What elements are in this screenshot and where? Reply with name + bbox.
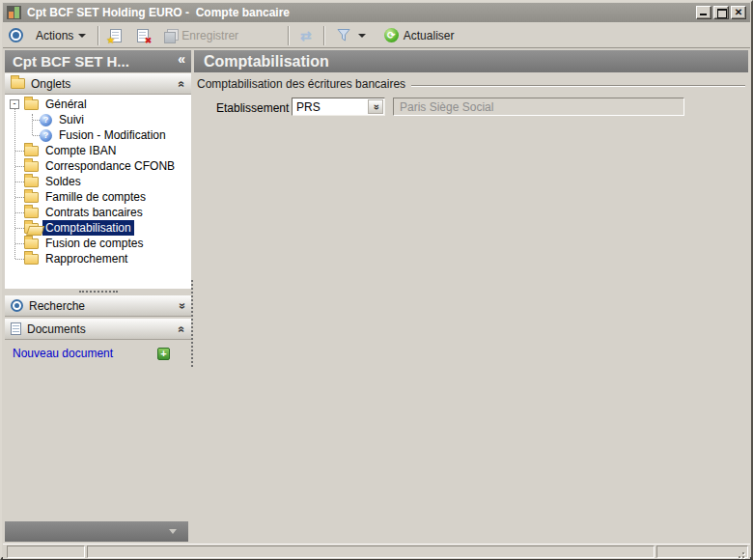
- collapse-section-icon[interactable]: «: [176, 325, 189, 332]
- tree-item-contrats-bancaires[interactable]: Contrats bancaires: [5, 205, 191, 220]
- etablissement-value: PRS: [296, 100, 321, 114]
- resize-grip[interactable]: [742, 552, 744, 554]
- toolbar-separator: [288, 26, 289, 45]
- sidebar-header: Cpt BCF SET H... «: [5, 50, 191, 72]
- status-panel: [656, 546, 748, 558]
- folder-icon: [24, 192, 39, 203]
- app-icon: [7, 6, 21, 19]
- maximize-icon[interactable]: [713, 6, 729, 19]
- status-bar: [3, 544, 750, 559]
- horizontal-splitter-handle[interactable]: [79, 291, 118, 293]
- section-onglets-label: Onglets: [31, 77, 179, 91]
- new-document-button[interactable]: [105, 27, 126, 44]
- filter-icon: [336, 28, 351, 42]
- sync-icon: ⇄: [300, 29, 312, 42]
- folder-icon: [11, 78, 25, 89]
- section-documents[interactable]: Documents «: [5, 319, 191, 340]
- title-bar: Cpt BCF SET Holding EURO - Compte bancai…: [3, 3, 750, 22]
- refresh-label: Actualiser: [404, 29, 455, 42]
- vertical-splitter-handle[interactable]: [191, 280, 193, 367]
- group-box-header: Comptabilisation des écritures bancaires: [197, 77, 745, 91]
- sidebar-footer-bar: [5, 521, 188, 542]
- tree-item-label: Contrats bancaires: [42, 205, 146, 220]
- minimize-icon[interactable]: [696, 6, 711, 19]
- tree-guide: [15, 197, 24, 198]
- group-box-label: Comptabilisation des écritures bancaires: [197, 77, 405, 91]
- tree-item-rapprochement[interactable]: Rapprochement: [5, 251, 191, 266]
- search-target-icon: [11, 299, 23, 312]
- section-onglets[interactable]: Onglets «: [5, 73, 191, 95]
- tree-guide: [15, 151, 24, 152]
- sync-button: ⇄: [295, 27, 317, 44]
- close-icon[interactable]: [731, 6, 746, 19]
- open-folder-icon: [24, 223, 39, 234]
- group-box-line: [411, 85, 745, 86]
- tree-item-label: Comptabilisation: [42, 220, 134, 236]
- main-content: Comptabilisation des écritures bancaires…: [194, 73, 748, 538]
- tree-guide: [15, 166, 24, 167]
- tree-item-label: Correspondance CFONB: [42, 158, 178, 174]
- tree-item-comptabilisation[interactable]: Comptabilisation: [5, 220, 191, 236]
- expand-section-icon[interactable]: «: [176, 302, 189, 309]
- more-options-icon[interactable]: [169, 529, 177, 534]
- tree-item-label: Général: [42, 97, 90, 112]
- status-panel: [87, 546, 655, 558]
- tree-guide: [15, 259, 24, 260]
- toolbar-separator: [98, 26, 98, 45]
- save-button: Enregistrer: [159, 27, 243, 44]
- folder-icon: [24, 161, 39, 172]
- tree-item-label: Soldes: [42, 174, 84, 189]
- tree-item-label: Fusion - Modification: [56, 127, 169, 143]
- tree-item-label: Suivi: [56, 112, 87, 127]
- save-label: Enregistrer: [181, 29, 238, 42]
- tree-guide: [33, 120, 40, 121]
- combo-dropdown-button[interactable]: «: [368, 99, 383, 114]
- actions-button[interactable]: Actions: [31, 27, 91, 44]
- new-document-icon: [110, 29, 122, 42]
- tree-collapse-icon[interactable]: -: [10, 99, 19, 109]
- tree-item-famille-de-comptes[interactable]: Famille de comptes: [5, 189, 191, 205]
- tree-item-fusion-modification[interactable]: ?Fusion - Modification: [5, 127, 191, 143]
- new-document-link[interactable]: Nouveau document: [13, 347, 157, 360]
- folder-icon: [24, 99, 39, 110]
- help-icon: ?: [40, 114, 52, 126]
- filter-button[interactable]: [331, 26, 356, 44]
- section-recherche[interactable]: Recherche «: [5, 295, 191, 317]
- folder-icon: [24, 238, 39, 249]
- folder-icon: [24, 254, 39, 265]
- tree-item-suivi[interactable]: ?Suivi: [5, 112, 191, 127]
- tree-item-compte-iban[interactable]: Compte IBAN: [5, 143, 191, 158]
- folder-icon: [24, 208, 39, 218]
- delete-button[interactable]: [132, 27, 153, 44]
- main-header: Comptabilisation: [194, 50, 748, 72]
- tree-item-label: Famille de comptes: [42, 189, 149, 205]
- app-window: Cpt BCF SET Holding EURO - Compte bancai…: [0, 0, 753, 560]
- collapse-sidebar-button[interactable]: «: [178, 51, 185, 67]
- refresh-button[interactable]: ⟳ Actualiser: [379, 26, 460, 44]
- etablissement-description-field: Paris Siège Social: [393, 98, 684, 116]
- filter-dropdown-icon[interactable]: [358, 34, 366, 38]
- tree-guide: [15, 243, 24, 244]
- tree-guide: [15, 228, 24, 229]
- document-icon: [11, 322, 21, 335]
- add-document-icon[interactable]: +: [157, 348, 170, 360]
- collapse-section-icon[interactable]: «: [176, 80, 189, 87]
- chevron-down-icon: «: [369, 104, 382, 110]
- tree-guide: [33, 135, 40, 136]
- tree-item-label: Fusion de comptes: [42, 236, 146, 251]
- tree-item-fusion-de-comptes[interactable]: Fusion de comptes: [5, 236, 191, 251]
- onglets-tree: -Général?Suivi?Fusion - ModificationComp…: [5, 95, 191, 289]
- etablissement-label: Etablissement :: [216, 101, 295, 115]
- toolbar: Actions Enregistrer ⇄ ⟳ Actualiser: [3, 23, 750, 48]
- refresh-icon: ⟳: [384, 28, 399, 42]
- tree-item-soldes[interactable]: Soldes: [5, 174, 191, 189]
- folder-icon: [24, 177, 39, 187]
- tree-item-correspondance-cfonb[interactable]: Correspondance CFONB: [5, 158, 191, 174]
- folder-icon: [24, 146, 39, 156]
- tree-guide: [15, 182, 24, 182]
- actions-label: Actions: [36, 29, 73, 42]
- tree-item-label: Rapprochement: [42, 251, 130, 266]
- tree-item-general[interactable]: -Général: [5, 97, 191, 112]
- save-icon: [164, 29, 177, 42]
- etablissement-select[interactable]: PRS «: [292, 98, 385, 116]
